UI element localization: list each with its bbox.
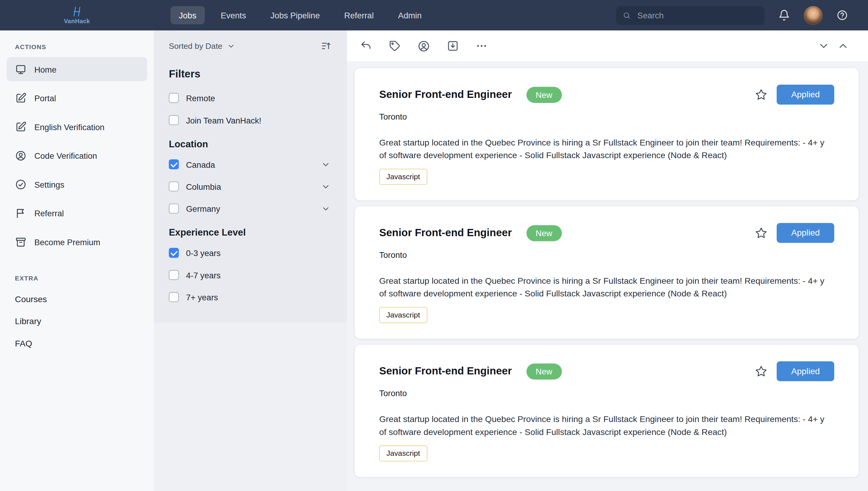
user-avatar[interactable] (804, 6, 822, 24)
exp-4-7-checkbox[interactable] (169, 270, 179, 280)
filter-exp-7-plus-years[interactable]: 7+ years (169, 286, 336, 308)
chevron-down-icon (321, 204, 330, 213)
toolbar-nav-controls (818, 40, 849, 52)
canada-checkbox[interactable] (169, 160, 179, 169)
expand-columbia-button[interactable] (321, 182, 336, 191)
favorite-button[interactable] (755, 88, 768, 101)
sidebar-item-portal[interactable]: Portal (7, 86, 147, 110)
applied-button[interactable]: Applied (777, 361, 834, 381)
archive-download-button[interactable] (447, 40, 459, 52)
sort-ascending-icon (320, 40, 332, 52)
filter-location-canada[interactable]: Canada (169, 153, 336, 175)
more-options-button[interactable] (476, 40, 488, 52)
chevron-down-icon (227, 42, 235, 50)
sort-label: Sorted by Date (169, 41, 222, 50)
filter-column: Sorted by Date Filters Remote Join Team … (154, 30, 347, 491)
filter-location-columbia[interactable]: Columbia (169, 175, 336, 197)
job-card[interactable]: Senior Front-end Engineer New Applied To… (355, 206, 859, 339)
nav-tab-admin[interactable]: Admin (390, 6, 430, 24)
edit-icon (15, 121, 27, 133)
sidebar-section-extra: EXTRA (0, 275, 154, 282)
nav-tab-jobs[interactable]: Jobs (171, 6, 205, 24)
job-description: Great startup located in the Quebec Prov… (379, 136, 829, 162)
filters-panel: Sorted by Date Filters Remote Join Team … (154, 30, 347, 323)
columbia-checkbox[interactable] (169, 181, 179, 191)
nav-tab-jobs-pipeline[interactable]: Jobs Pipeline (262, 6, 328, 24)
sort-order-button[interactable] (320, 40, 336, 52)
join-team-checkbox[interactable] (169, 115, 179, 125)
location-section-title: Location (169, 139, 336, 150)
home-icon (15, 63, 27, 75)
chevron-up-button[interactable] (837, 40, 849, 52)
favorite-button[interactable] (755, 365, 768, 378)
sidebar-item-english-verification[interactable]: English Verification (7, 114, 147, 139)
chevron-down-icon (321, 160, 330, 169)
job-description: Great startup located in the Quebec Prov… (379, 413, 829, 438)
sort-dropdown[interactable]: Sorted by Date (169, 41, 235, 50)
germany-checkbox[interactable] (169, 204, 179, 213)
sidebar-item-library[interactable]: Library (0, 310, 154, 332)
job-list-area: Senior Front-end Engineer New Applied To… (347, 30, 868, 491)
contact-button[interactable] (417, 39, 430, 52)
filter-location-germany[interactable]: Germany (169, 198, 336, 220)
applied-button[interactable]: Applied (777, 85, 834, 105)
job-card-header: Senior Front-end Engineer New Applied (379, 223, 834, 243)
top-navigation-bar: VanHack Jobs Events Jobs Pipeline Referr… (0, 0, 868, 30)
job-title: Senior Front-end Engineer (379, 89, 512, 100)
job-card[interactable]: Senior Front-end Engineer New Applied To… (355, 344, 859, 478)
job-title: Senior Front-end Engineer (379, 365, 512, 377)
sidebar-item-referral[interactable]: Referral (7, 201, 147, 225)
remote-checkbox[interactable] (169, 93, 179, 103)
tag-icon (389, 40, 400, 52)
checkbox-label: Join Team VanHack! (186, 115, 261, 125)
search-box[interactable] (616, 6, 764, 24)
sidebar-item-label: Code Verification (34, 151, 97, 160)
expand-germany-button[interactable] (321, 204, 336, 213)
job-card[interactable]: Senior Front-end Engineer New Applied To… (355, 67, 859, 201)
sidebar-item-label: Referral (34, 208, 64, 218)
checkbox-label: Canada (186, 160, 215, 169)
sidebar-item-faq[interactable]: FAQ (0, 333, 154, 354)
sidebar-item-settings[interactable]: Settings (7, 172, 147, 196)
sidebar-item-code-verification[interactable]: Code Verification (7, 143, 147, 168)
exp-0-3-checkbox[interactable] (169, 248, 179, 258)
filter-join-team-vanhack[interactable]: Join Team VanHack! (169, 109, 336, 131)
nav-tab-events[interactable]: Events (213, 6, 254, 24)
filter-remote[interactable]: Remote (169, 87, 336, 109)
sidebar-section-actions: ACTIONS (0, 44, 154, 50)
sidebar-item-home[interactable]: Home (7, 57, 147, 81)
chevron-up-icon (837, 40, 849, 52)
undo-button[interactable] (360, 40, 372, 52)
favorite-button[interactable] (755, 226, 768, 239)
help-button[interactable] (836, 9, 848, 21)
sidebar-item-courses[interactable]: Courses (0, 288, 154, 310)
new-badge: New (526, 363, 562, 379)
applied-button[interactable]: Applied (777, 223, 834, 243)
notifications-button[interactable] (778, 9, 790, 21)
filter-exp-4-7-years[interactable]: 4-7 years (169, 264, 336, 286)
tag-button[interactable] (389, 40, 400, 52)
vanhack-logo[interactable]: VanHack (0, 6, 154, 24)
job-title: Senior Front-end Engineer (379, 227, 512, 239)
check-circle-icon (15, 178, 27, 190)
chevron-down-button[interactable] (818, 40, 830, 52)
chevron-down-icon (818, 40, 830, 52)
download-box-icon (447, 40, 459, 52)
chevron-down-icon (321, 182, 330, 191)
nav-tab-referral[interactable]: Referral (336, 6, 382, 24)
checkbox-label: 4-7 years (186, 270, 221, 280)
exp-7-plus-checkbox[interactable] (169, 292, 179, 302)
edit-icon (15, 92, 27, 104)
job-card-header: Senior Front-end Engineer New Applied (379, 85, 834, 105)
checkbox-label: 0-3 years (186, 248, 221, 258)
job-card-header: Senior Front-end Engineer New Applied (379, 361, 834, 381)
help-icon (836, 9, 848, 21)
job-location: Toronto (379, 250, 834, 259)
new-badge: New (526, 86, 562, 103)
search-input[interactable] (636, 10, 758, 21)
new-badge: New (526, 225, 562, 241)
expand-canada-button[interactable] (321, 160, 336, 169)
user-circle-icon (15, 150, 27, 162)
filter-exp-0-3-years[interactable]: 0-3 years (169, 242, 336, 264)
sidebar-item-become-premium[interactable]: Become Premium (7, 230, 147, 254)
